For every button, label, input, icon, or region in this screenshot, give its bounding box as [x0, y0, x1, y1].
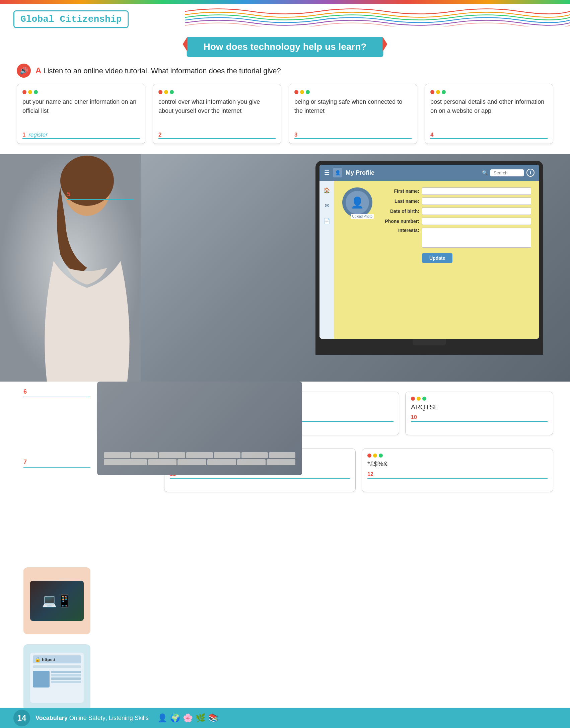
update-button[interactable]: Update	[422, 253, 452, 263]
mini-card-10: ARQTSE 10	[405, 392, 553, 435]
https-card: 🔒 https:/	[23, 644, 90, 711]
card-2-num: 2	[158, 132, 161, 138]
blank-6-input[interactable]	[28, 389, 78, 395]
profile-icon-small: 👤	[333, 168, 342, 177]
page-thumb	[33, 671, 50, 687]
profile-photo-area: 👤 Upload Photo First name: Last name:	[342, 187, 531, 263]
info-card-2: control over what information you give a…	[153, 84, 281, 144]
dot-red-4	[430, 90, 434, 94]
mini-card-12-dots	[367, 454, 548, 458]
mini-card-10-dots	[411, 397, 548, 401]
lock-icon: 🔒	[35, 657, 41, 662]
screen-title: My Profile	[346, 169, 374, 176]
devices-card: 💻📱	[23, 567, 90, 634]
interests-textarea[interactable]	[422, 228, 531, 248]
card-1-answer: 1 register	[22, 132, 140, 139]
card-1-text: put your name and other information on a…	[22, 97, 140, 115]
dot-green-4	[442, 90, 446, 94]
screen-header-left: ☰ 👤 My Profile	[324, 168, 374, 177]
blank-12-input[interactable]	[375, 472, 548, 477]
blank-10-input[interactable]	[418, 415, 548, 420]
screen-header-right: 🔍 Search i	[482, 169, 535, 177]
page-lines	[51, 671, 81, 687]
dob-label: Date of birth:	[379, 209, 419, 214]
line-2	[51, 674, 81, 676]
info-card-3: being or staying safe when connected to …	[289, 84, 417, 144]
https-bar: 🔒 https:/	[33, 655, 81, 663]
card-dots-2	[158, 90, 276, 94]
blank-5-input[interactable]	[72, 191, 122, 197]
blank-7-area: 7	[23, 459, 90, 468]
https-display: 🔒 https:/	[30, 653, 84, 703]
dot-red-3	[294, 90, 298, 94]
section-a-text: Listen to an online video tutorial. What…	[43, 67, 281, 75]
dot-yellow-2	[164, 90, 168, 94]
dot-g-12	[379, 454, 383, 458]
card-3-text: being or staying safe when connected to …	[294, 97, 412, 115]
leaf-icon: 🌿	[196, 713, 206, 723]
lastname-input[interactable]	[422, 197, 531, 205]
card-4-num: 4	[430, 132, 433, 138]
phone-input[interactable]	[422, 218, 531, 225]
form-row-interests: Interests:	[379, 228, 531, 248]
firstname-input[interactable]	[422, 187, 531, 195]
footer-page-number: 14	[13, 710, 30, 726]
line-1	[51, 671, 81, 673]
screen-content: 👤 Upload Photo First name: Last name:	[334, 181, 539, 339]
form-row-dob: Date of birth:	[379, 208, 531, 215]
card-2-text: control over what information you give a…	[158, 97, 276, 115]
profile-circle: 👤 Upload Photo	[342, 187, 372, 218]
screen-sidebar: 🏠 ✉ 📄	[319, 181, 334, 339]
blank-7-num: 7	[23, 459, 27, 466]
devices-icon: 💻📱	[42, 594, 72, 608]
blank-5-num: 5	[67, 191, 70, 198]
webpage-mock	[33, 671, 81, 687]
header-stripe	[0, 0, 570, 4]
lastname-label: Last name:	[379, 198, 419, 204]
screen-header: ☰ 👤 My Profile 🔍 Search i	[319, 165, 539, 181]
info-button[interactable]: i	[526, 169, 535, 177]
blank-6-area: 6	[23, 388, 90, 397]
form-row-firstname: First name:	[379, 187, 531, 195]
search-box-mock[interactable]: Search	[490, 169, 524, 176]
hamburger-icon: ☰	[324, 169, 330, 176]
header-area: Global Citizenship	[0, 4, 570, 34]
line-4	[51, 681, 81, 683]
globe-icon: 🌍	[170, 713, 180, 723]
firstname-label: First name:	[379, 188, 419, 194]
url-bar-line	[33, 665, 81, 668]
dot-red-2	[158, 90, 162, 94]
section-a-instruction: A Listen to an online video tutorial. Wh…	[35, 66, 281, 75]
monitor-stand-neck	[413, 339, 446, 345]
mini-card-12: *£$%& 12	[362, 449, 553, 492]
info-card-1: put your name and other information on a…	[17, 84, 145, 144]
search-label: 🔍	[482, 170, 488, 175]
section-a: 🔊 A Listen to an online video tutorial. …	[17, 64, 281, 78]
photo-section: 5 ☰ 👤 My Profile 🔍 Search i	[0, 154, 570, 382]
card-2-answer: 2	[158, 132, 276, 139]
doc-sidebar-icon[interactable]: 📄	[322, 216, 332, 226]
blank-7-input[interactable]	[28, 459, 78, 465]
card-1-answer-text: register	[28, 132, 48, 138]
card-10-blank: 10	[411, 414, 548, 422]
upload-label[interactable]: Upload Photo	[351, 214, 374, 219]
card-3-answer: 3	[294, 132, 412, 139]
main-title-banner: How does technology help us learn?	[187, 37, 383, 57]
dot-yellow	[28, 90, 32, 94]
footer-subjects-text: Online Safety; Listening Skills	[69, 715, 149, 721]
footer-vocab-label: Vocabulary	[35, 715, 68, 721]
mail-sidebar-icon[interactable]: ✉	[322, 201, 332, 210]
home-sidebar-icon[interactable]: 🏠	[322, 185, 332, 195]
girl-silhouette	[0, 154, 141, 382]
blank-5-area: 5	[67, 191, 134, 200]
card-dots-3	[294, 90, 412, 94]
monitor-screen: ☰ 👤 My Profile 🔍 Search i 🏠 ✉ 📄	[319, 165, 539, 339]
dob-input[interactable]	[422, 208, 531, 215]
line-3	[51, 677, 81, 680]
card-10-num: 10	[411, 414, 417, 420]
dot-yellow-4	[436, 90, 440, 94]
card-12-value: *£$%&	[367, 460, 548, 468]
footer: 14 Vocabulary Online Safety; Listening S…	[0, 708, 570, 728]
card-1-num: 1	[22, 132, 25, 138]
audio-icon[interactable]: 🔊	[17, 64, 31, 78]
